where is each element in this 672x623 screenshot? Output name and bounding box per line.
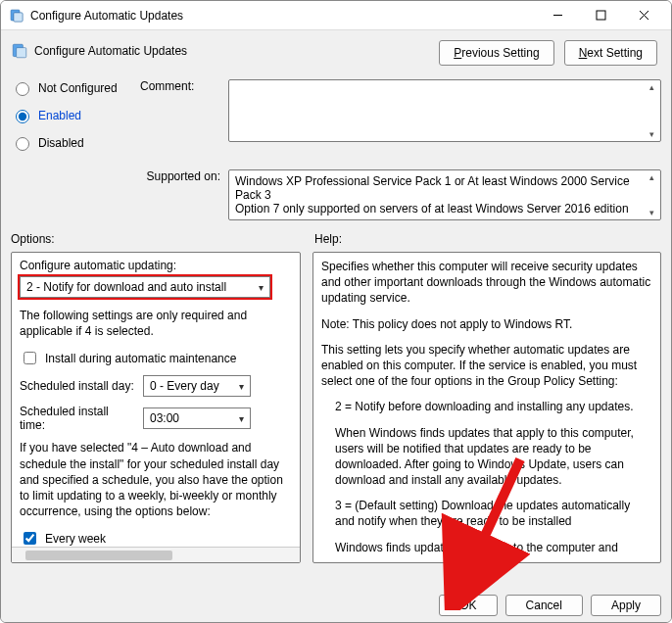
help-para: Specifies whether this computer will rec… [321, 259, 652, 307]
ok-button[interactable]: OK [439, 595, 497, 616]
options-label: Options: [11, 232, 301, 246]
minimize-button[interactable] [536, 1, 579, 30]
chevron-down-icon: ▾ [239, 381, 244, 392]
svg-rect-8 [17, 48, 26, 58]
cancel-button[interactable]: Cancel [505, 595, 583, 616]
install-day-label: Scheduled install day: [20, 379, 135, 393]
help-para: 3 = (Default setting) Download the updat… [321, 498, 652, 529]
install-time-label: Scheduled install time: [20, 405, 135, 432]
help-para: When Windows finds updates that apply to… [321, 425, 652, 489]
install-time-dropdown[interactable]: 03:00 ▾ [143, 407, 251, 429]
window-title: Configure Automatic Updates [30, 9, 536, 23]
policy-heading: Configure Automatic Updates [11, 38, 187, 60]
header-row: Configure Automatic Updates Previous Set… [11, 38, 661, 66]
pane-labels: Options: Help: [11, 232, 661, 246]
help-label: Help: [314, 232, 342, 246]
help-para: This setting lets you specify whether au… [321, 342, 652, 390]
options-para2: If you have selected "4 – Auto download … [20, 440, 292, 519]
dialog-footer: OK Cancel Apply [1, 589, 671, 622]
chevron-down-icon: ▾ [259, 282, 264, 293]
next-setting-button[interactable]: Next Setting [564, 40, 657, 66]
svg-rect-4 [597, 11, 605, 20]
policy-name: Configure Automatic Updates [34, 44, 187, 58]
content: Configure Automatic Updates Previous Set… [1, 30, 671, 589]
every-week-checkbox[interactable]: Every week [20, 529, 292, 548]
panes: Configure automatic updating: 2 - Notify… [11, 252, 661, 563]
scroll-indicator: ▴▾ [645, 82, 658, 139]
radio-not-configured[interactable]: Not Configured [11, 79, 140, 96]
maintenance-checkbox[interactable]: Install during automatic maintenance [20, 349, 292, 367]
update-mode-value: 2 - Notify for download and auto install [26, 280, 226, 294]
apply-button[interactable]: Apply [591, 595, 661, 616]
help-para: 2 = Notify before downloading and instal… [321, 399, 652, 414]
svg-rect-2 [14, 13, 23, 22]
help-pane[interactable]: Specifies whether this computer will rec… [312, 252, 661, 563]
install-time-row: Scheduled install time: 03:00 ▾ [20, 405, 292, 432]
options-scroll[interactable]: Configure automatic updating: 2 - Notify… [12, 253, 300, 562]
help-para: Note: This policy does not apply to Wind… [321, 316, 652, 332]
radio-enabled[interactable]: Enabled [11, 107, 140, 123]
help-para: Windows finds updates that apply to the … [321, 540, 652, 555]
close-button[interactable] [622, 1, 665, 30]
supported-on-box: Windows XP Professional Service Pack 1 o… [228, 169, 661, 220]
update-mode-dropdown[interactable]: 2 - Notify for download and auto install… [20, 276, 270, 298]
state-comment-row: Not Configured Enabled Disabled Comment:… [11, 79, 661, 162]
scroll-indicator: ▴▾ [645, 172, 658, 217]
options-note: The following settings are only required… [20, 308, 292, 339]
options-pane: Configure automatic updating: 2 - Notify… [11, 252, 301, 563]
supported-text: Windows XP Professional Service Pack 1 o… [235, 174, 633, 216]
radio-disabled[interactable]: Disabled [11, 134, 140, 151]
policy-icon [9, 8, 24, 24]
nav-buttons: Previous Setting Next Setting [439, 38, 661, 66]
state-radios: Not Configured Enabled Disabled [11, 79, 140, 162]
supported-row: Supported on: Windows XP Professional Se… [11, 169, 661, 220]
chevron-down-icon: ▾ [239, 413, 244, 424]
options-hscrollbar[interactable] [12, 547, 300, 562]
policy-icon [11, 42, 28, 60]
install-day-dropdown[interactable]: 0 - Every day ▾ [143, 375, 251, 397]
comment-label: Comment: [140, 79, 228, 162]
previous-setting-button[interactable]: Previous Setting [439, 40, 553, 66]
maximize-button[interactable] [579, 1, 622, 30]
comment-field[interactable]: ▴▾ [228, 79, 661, 142]
options-heading: Configure automatic updating: [20, 259, 292, 272]
supported-label: Supported on: [11, 169, 228, 220]
install-day-row: Scheduled install day: 0 - Every day ▾ [20, 375, 292, 397]
titlebar: Configure Automatic Updates [1, 1, 671, 30]
